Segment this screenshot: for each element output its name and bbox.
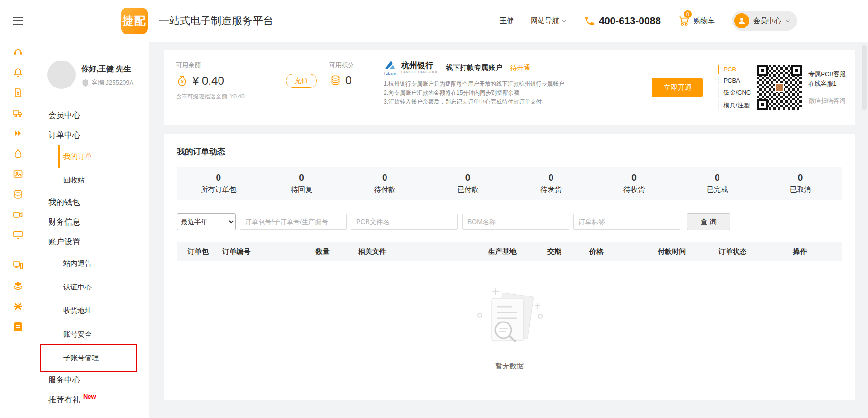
menu-label: 认证中心: [63, 283, 92, 292]
stat-paid[interactable]: 0已付款: [426, 173, 509, 194]
shield-badge-icon: [81, 79, 89, 87]
cart-label: 购物车: [693, 17, 715, 26]
col-price: 价格: [589, 247, 658, 256]
sidebar-item-service-center[interactable]: 服务中心: [36, 370, 149, 390]
order-number-input[interactable]: [240, 214, 347, 230]
sidebar: 你好,王健 先生 客编:J255209A 会员中心 订单中心 我的订单 回收站 …: [36, 42, 149, 418]
scrollbar-thumb[interactable]: [862, 45, 867, 110]
sidebar-item-finance-info[interactable]: 财务信息: [36, 212, 149, 232]
monitor-icon[interactable]: [12, 229, 24, 241]
open-account-button[interactable]: 立即开通: [652, 78, 703, 97]
menu-label: 账户设置: [48, 236, 80, 247]
site-title: 一站式电子制造服务平台: [159, 14, 273, 28]
service-line2: 在线客服1: [808, 79, 846, 88]
sidebar-item-my-wallet[interactable]: 我的钱包: [36, 192, 149, 212]
points-value: 0: [345, 74, 351, 87]
points-label: 可用积分: [329, 61, 384, 70]
excel-file-icon[interactable]: [12, 87, 24, 98]
sidebar-item-recycle-bin[interactable]: 回收站: [36, 168, 149, 192]
pinwheel-icon[interactable]: [12, 301, 24, 312]
sidebar-item-certification[interactable]: 认证中心: [36, 275, 149, 299]
menu-label: 子账号管理: [63, 354, 99, 363]
main-content: 可用余额 ¥ ¥ 0.40 充值 含不可提现赠送金额: ¥0.40 可用积分 0: [149, 42, 868, 418]
sidebar-item-my-orders[interactable]: 我的订单: [36, 145, 149, 168]
stat-cancelled[interactable]: 0已取消: [759, 173, 842, 194]
menu-label: 会员中心: [48, 110, 80, 121]
sidebar-item-site-notices[interactable]: 站内通告: [36, 252, 149, 275]
qr-center-avatar: [775, 83, 784, 92]
stat-pending-reply[interactable]: 0待回复: [260, 173, 343, 194]
jiepei-logo-icon[interactable]: [12, 321, 24, 332]
user-avatar: [47, 61, 76, 89]
col-order-number: 订单编号: [222, 247, 316, 256]
sidebar-item-shipping-address[interactable]: 收货地址: [36, 299, 149, 322]
stat-pending-payment[interactable]: 0待付款: [343, 173, 427, 194]
money-bag-icon: ¥: [176, 75, 188, 87]
col-order-package: 订单包: [177, 247, 222, 256]
sidebar-item-account-security[interactable]: 账号安全: [36, 322, 149, 346]
site-nav-label: 网站导航: [531, 17, 559, 26]
bell-icon[interactable]: [12, 67, 24, 78]
stat-label: 待发货: [509, 185, 593, 194]
user-block: 你好,王健 先生 客编:J255209A: [36, 42, 149, 98]
bank-block: hzbank 杭州银行 BANK OF HANGZHOU 线下打款专属账户 待开…: [384, 50, 639, 125]
stat-pending-shipment[interactable]: 0待发货: [509, 173, 593, 194]
cart-button[interactable]: 0 购物车: [678, 15, 715, 27]
balance-block: 可用余额 ¥ ¥ 0.40 充值 含不可提现赠送金额: ¥0.40: [173, 50, 329, 125]
fast-forward-icon[interactable]: [12, 128, 24, 139]
stat-count: 0: [593, 173, 676, 183]
tab-pcba[interactable]: PCBA: [718, 76, 751, 85]
stat-count: 0: [177, 173, 260, 183]
stat-count: 0: [426, 173, 509, 183]
date-range-select[interactable]: 最近半年: [177, 213, 236, 230]
truck-icon[interactable]: [12, 107, 24, 119]
drop-icon[interactable]: [12, 148, 24, 159]
layers-icon[interactable]: [12, 280, 24, 292]
search-button[interactable]: 查 询: [687, 213, 730, 230]
header-actions: 王健 网站导航 400-613-0088 0 购物车 会员中心: [500, 11, 797, 31]
tab-pcb[interactable]: PCB: [718, 65, 751, 74]
points-block: 可用积分 0: [329, 50, 384, 125]
image-icon[interactable]: [12, 168, 24, 180]
recharge-button[interactable]: 充值: [286, 74, 317, 88]
tab-mold-injection[interactable]: 模具/注塑: [718, 100, 751, 111]
customer-service-icon[interactable]: [12, 46, 24, 58]
username-link[interactable]: 王健: [500, 17, 514, 26]
stat-label: 已付款: [426, 185, 509, 194]
hamburger-menu-icon[interactable]: [0, 17, 36, 25]
stat-label: 待收货: [593, 185, 676, 194]
stat-pending-receipt[interactable]: 0待收货: [593, 173, 676, 194]
desktop-icon[interactable]: [12, 260, 24, 271]
bom-name-input[interactable]: [462, 214, 569, 230]
sidebar-item-account-settings[interactable]: 账户设置: [36, 232, 149, 252]
stat-count: 0: [759, 173, 842, 183]
sidebar-item-member-center[interactable]: 会员中心: [36, 105, 149, 125]
wechat-qr-code: [757, 65, 802, 110]
sidebar-item-subaccount-management[interactable]: 子账号管理: [36, 346, 149, 370]
stat-completed[interactable]: 0已完成: [676, 173, 759, 194]
order-tag-input[interactable]: [573, 214, 680, 230]
bank-subtitle: 线下打款专属账户: [446, 63, 502, 72]
col-actions: 操作: [793, 247, 842, 256]
video-camera-icon[interactable]: [12, 209, 24, 220]
chevron-down-icon: [561, 19, 567, 23]
sidebar-menu: 会员中心 订单中心 我的订单 回收站 我的钱包 财务信息 账户设置 站内通告 认…: [36, 105, 149, 409]
sidebar-item-referral-rewards[interactable]: 推荐有礼 New: [36, 390, 149, 409]
bank-name: 杭州银行: [401, 61, 438, 70]
page-body: 你好,王健 先生 客编:J255209A 会员中心 订单中心 我的订单 回收站 …: [0, 42, 868, 418]
member-center-button[interactable]: 会员中心: [732, 11, 797, 31]
site-nav-link[interactable]: 网站导航: [531, 17, 567, 26]
pcb-filename-input[interactable]: [351, 214, 458, 230]
bank-status: 待开通: [510, 64, 530, 72]
col-quantity: 数量: [315, 247, 358, 256]
tab-sheetmetal-cnc[interactable]: 钣金/CNC: [718, 87, 751, 98]
stat-all-packages[interactable]: 0所有订单包: [177, 173, 260, 194]
balance-note: 含不可提现赠送金额: ¥0.40: [176, 93, 329, 101]
bank-line: 2.向专属账户汇款的金额将在15分钟内同步到捷配余额: [384, 88, 639, 97]
sidebar-item-order-center[interactable]: 订单中心: [36, 125, 149, 145]
hotline: 400-613-0088: [584, 15, 661, 26]
database-icon[interactable]: [12, 189, 24, 200]
menu-label: 我的钱包: [48, 197, 80, 208]
stat-count: 0: [509, 173, 593, 183]
stat-count: 0: [343, 173, 427, 183]
